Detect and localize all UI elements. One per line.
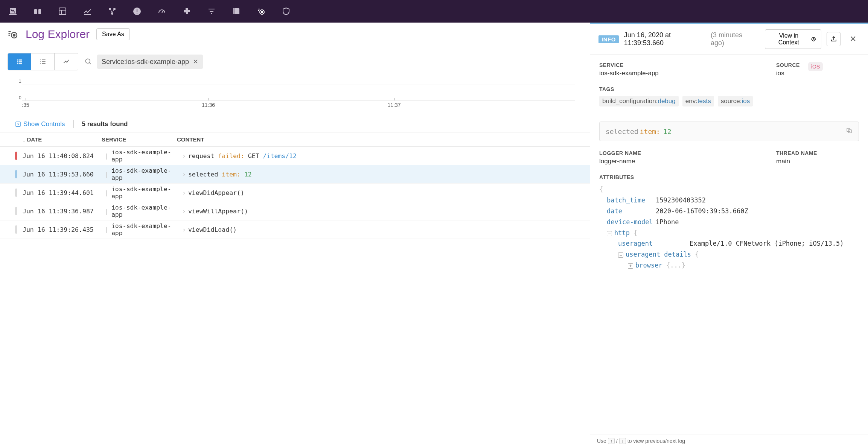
y-tick: 1 [19,79,21,84]
filter-chip-label: Service:ios-sdk-example-app [102,58,189,66]
svg-point-42 [812,37,816,41]
svg-point-18 [261,11,263,13]
svg-point-38 [85,59,90,63]
save-as-button[interactable]: Save As [96,28,130,40]
svg-rect-0 [34,9,37,14]
mini-chart: 1 0 :35 11:36 11:37 . [0,77,590,115]
svg-rect-30 [17,63,18,64]
filter-icon[interactable] [206,6,217,17]
tag[interactable]: build_configuration:debug [599,96,679,106]
svg-rect-26 [17,59,18,61]
chart-view-button[interactable] [55,53,78,70]
x-tick: 11:36 [202,100,215,108]
export-button[interactable] [827,32,841,46]
log-date: Jun 16 11:39:44.601 [23,189,102,196]
footer-hint: Use ↑ / ↓ to view previous/next log [590,435,868,447]
book-icon[interactable] [231,6,242,17]
binoculars-icon[interactable] [32,6,43,17]
table-row[interactable]: Jun 16 11:40:08.824|ios-sdk-example-app›… [0,147,590,165]
detail-timestamp: Jun 16, 2020 at 11:39:53.660 [624,31,705,47]
search-icon[interactable] [84,58,92,66]
logger-label: LOGGER NAME [599,150,761,156]
svg-point-22 [13,34,15,36]
log-date: Jun 16 11:39:36.987 [23,208,102,215]
log-service: ios-sdk-example-app [111,185,182,200]
attributes-label: ATTRIBUTES [599,174,859,180]
filter-chip[interactable]: Service:ios-sdk-example-app ✕ [97,55,203,69]
table-row[interactable]: Jun 16 11:39:26.435|ios-sdk-example-app›… [0,220,590,239]
log-service: ios-sdk-example-app [111,222,182,237]
log-service: ios-sdk-example-app [111,204,182,218]
col-content[interactable]: CONTENT [177,136,575,143]
x-tick: :35 [22,100,29,108]
svg-rect-1 [38,9,41,14]
x-tick: 11:37 [388,100,401,108]
network-icon[interactable] [107,6,117,17]
alert-icon[interactable] [132,6,142,17]
attr-key[interactable]: useragent_details [626,251,691,258]
status-indicator [15,225,17,234]
attr-key[interactable]: http [614,229,630,237]
status-indicator [15,207,17,215]
list-view-button[interactable] [8,53,31,70]
log-service: ios-sdk-example-app [111,167,182,181]
gauge-icon[interactable] [157,6,167,17]
thread-value: main [776,158,859,165]
logo-icon[interactable] [8,6,18,17]
page-header: Log Explorer Save As [0,23,590,46]
target-icon[interactable] [256,6,266,17]
col-service[interactable]: SERVICE [102,136,177,143]
arrow-down-key: ↓ [619,438,626,444]
tags-row: build_configuration:debugenv:testssource… [599,96,859,106]
top-nav [0,0,868,23]
log-date: Jun 16 11:40:08.824 [23,152,102,160]
log-content: selected item: 12 [188,171,575,178]
table-row[interactable]: Jun 16 11:39:53.660|ios-sdk-example-app›… [0,165,590,184]
attr-key[interactable]: useragent [618,238,690,249]
table-header: ↓ DATE SERVICE CONTENT [0,132,590,147]
attr-key[interactable]: batch_time [607,195,656,206]
svg-rect-28 [17,61,18,62]
service-value: ios-sdk-example-app [599,70,761,77]
dashboard-icon[interactable] [57,6,68,17]
puzzle-icon[interactable] [181,6,192,17]
table-row[interactable]: Jun 16 11:39:36.987|ios-sdk-example-app›… [0,202,590,220]
y-tick: 0 [19,95,21,100]
col-date[interactable]: ↓ DATE [23,136,102,143]
chart-icon[interactable] [82,6,93,17]
tag[interactable]: env:tests [682,96,714,106]
svg-rect-2 [59,8,66,15]
log-content: viewWillAppear() [188,208,575,215]
thread-label: THREAD NAME [776,150,859,156]
collapse-icon[interactable]: − [618,252,623,258]
log-date: Jun 16 11:39:53.660 [23,171,102,178]
attributes-tree: { batch_time1592300403352 date2020-06-16… [599,184,859,271]
show-controls-button[interactable]: Show Controls [15,120,65,128]
attr-key[interactable]: date [607,206,656,217]
level-badge: INFO [598,35,619,43]
ios-badge: iOS [808,62,823,71]
attr-key[interactable]: browser [635,262,662,269]
table-row[interactable]: Jun 16 11:39:44.601|ios-sdk-example-app›… [0,184,590,202]
expand-icon[interactable]: + [628,263,633,269]
svg-rect-40 [16,122,20,126]
source-value: ios [776,70,800,77]
detail-ago: (3 minutes ago) [711,31,754,47]
svg-rect-27 [18,59,22,61]
log-table: ↓ DATE SERVICE CONTENT Jun 16 11:40:08.8… [0,132,590,239]
filter-chip-remove[interactable]: ✕ [193,58,198,66]
shield-icon[interactable] [281,6,291,17]
collapse-icon[interactable]: − [607,231,612,236]
page-title: Log Explorer [26,28,90,41]
table-view-button[interactable] [31,53,55,70]
attr-key[interactable]: device-model [607,217,656,228]
svg-rect-10 [137,9,137,12]
svg-rect-11 [137,13,137,14]
tag[interactable]: source:ios [718,96,753,106]
view-in-context-button[interactable]: View in Context [765,29,822,49]
svg-point-8 [111,12,113,15]
svg-rect-29 [18,61,22,62]
copy-icon[interactable] [846,127,853,135]
close-button[interactable]: ✕ [846,32,860,46]
status-indicator [15,152,17,160]
